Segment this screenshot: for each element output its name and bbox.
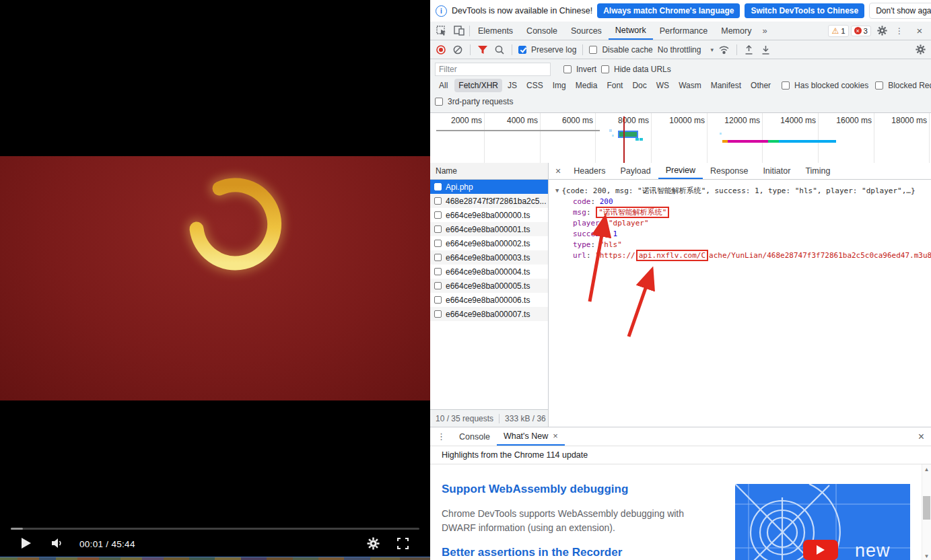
row-checkbox[interactable] [434, 197, 442, 205]
table-row[interactable]: 468e28747f3f72861ba2c5... [430, 194, 548, 208]
whats-new-scrollbar[interactable]: ▲ ▼ [922, 464, 931, 560]
hide-data-urls-checkbox[interactable] [601, 65, 609, 73]
table-row[interactable]: e664ce9e8ba000004.ts [430, 265, 548, 279]
warnings-badge[interactable]: ⚠ 1 [828, 25, 848, 37]
chip-other[interactable]: Other [747, 79, 775, 92]
tab-network[interactable]: Network [609, 22, 653, 40]
more-tabs-icon[interactable]: » [758, 22, 771, 40]
whats-new-video-thumbnail[interactable]: new [735, 484, 910, 560]
blocked-requests-checkbox[interactable] [875, 81, 883, 90]
device-toolbar-icon[interactable] [450, 22, 468, 40]
disable-cache-label: Disable cache [602, 45, 652, 55]
table-row[interactable]: e664ce9e8ba000005.ts [430, 279, 548, 293]
tab-headers[interactable]: Headers [566, 163, 613, 179]
row-checkbox[interactable] [434, 268, 442, 275]
network-overview[interactable]: 2000 ms 4000 ms 6000 ms 8000 ms 10000 ms… [430, 113, 931, 168]
whats-new-heading-1[interactable]: Support WebAssembly debugging [442, 483, 628, 496]
tab-sources[interactable]: Sources [564, 22, 609, 40]
tab-initiator[interactable]: Initiator [755, 163, 798, 179]
table-row[interactable]: e664ce9e8ba000001.ts [430, 222, 548, 236]
search-icon[interactable] [493, 44, 506, 56]
whats-new-close-icon[interactable]: × [553, 431, 558, 441]
export-har-icon[interactable] [760, 44, 772, 56]
network-conditions-icon[interactable] [718, 44, 730, 56]
details-close-icon[interactable]: × [549, 163, 566, 179]
play-button[interactable] [18, 534, 35, 552]
drawer-tab-whats-new[interactable]: What's New × [497, 427, 565, 446]
tab-memory[interactable]: Memory [714, 22, 758, 40]
dismiss-banner-button[interactable]: Don't show again [869, 3, 931, 19]
match-language-button[interactable]: Always match Chrome's language [597, 3, 740, 18]
table-row[interactable]: e664ce9e8ba000007.ts [430, 307, 548, 321]
chip-css[interactable]: CSS [522, 79, 547, 92]
name-column-header[interactable]: Name [430, 163, 548, 180]
row-checkbox[interactable] [434, 296, 442, 304]
disclosure-triangle-icon[interactable]: ▼ [555, 185, 559, 196]
errors-badge[interactable]: × 3 [851, 26, 871, 36]
row-checkbox[interactable] [434, 183, 442, 190]
devtools-close-icon[interactable]: × [908, 22, 931, 40]
invert-checkbox[interactable] [563, 65, 572, 73]
import-har-icon[interactable] [743, 44, 755, 56]
annotation-box-url: api.nxflv.com/C [636, 250, 708, 261]
settings-button[interactable] [364, 534, 382, 552]
tab-preview[interactable]: Preview [658, 163, 703, 179]
network-settings-gear-icon[interactable] [914, 44, 926, 56]
scroll-up-icon[interactable]: ▲ [922, 466, 931, 473]
preserve-log-checkbox[interactable] [518, 46, 526, 54]
third-party-checkbox[interactable] [435, 98, 443, 106]
tab-elements[interactable]: Elements [471, 22, 520, 40]
chip-media[interactable]: Media [572, 79, 602, 92]
clear-icon[interactable] [452, 44, 464, 56]
filter-icon[interactable] [477, 44, 489, 56]
volume-button[interactable] [48, 534, 66, 552]
tab-payload[interactable]: Payload [613, 163, 658, 179]
chip-fetch-xhr[interactable]: Fetch/XHR [454, 79, 502, 92]
chip-ws[interactable]: WS [652, 79, 673, 92]
chip-font[interactable]: Font [602, 79, 627, 92]
preview-pane[interactable]: ▼{code: 200, msg: "诺讯智能解析系统", success: 1… [549, 180, 931, 427]
chip-img[interactable]: Img [549, 79, 570, 92]
scrollbar-thumb[interactable] [923, 496, 930, 520]
filter-input[interactable] [435, 63, 551, 76]
drawer-close-icon[interactable]: × [916, 431, 927, 443]
row-checkbox[interactable] [434, 225, 442, 233]
throttling-dropdown[interactable]: No throttling ▾ [658, 45, 714, 55]
request-name: e664ce9e8ba000004.ts [446, 267, 530, 277]
chip-all[interactable]: All [435, 79, 452, 92]
row-checkbox[interactable] [434, 282, 442, 289]
drawer-overflow-icon[interactable]: ⋮ [430, 427, 452, 446]
tab-performance[interactable]: Performance [653, 22, 715, 40]
chip-js[interactable]: JS [504, 79, 521, 92]
row-checkbox[interactable] [434, 240, 442, 247]
has-blocked-cookies-checkbox[interactable] [782, 81, 790, 90]
json-root-line[interactable]: ▼{code: 200, msg: "诺讯智能解析系统", success: 1… [555, 185, 931, 197]
overflow-menu-icon[interactable]: ⋮ [891, 22, 908, 40]
record-icon[interactable] [435, 44, 447, 56]
chip-doc[interactable]: Doc [628, 79, 650, 92]
settings-gear-icon[interactable] [873, 22, 891, 40]
row-checkbox[interactable] [434, 254, 442, 261]
row-checkbox[interactable] [434, 211, 442, 219]
seek-bar[interactable] [11, 528, 419, 530]
table-row[interactable]: Api.php [430, 180, 548, 194]
fullscreen-button[interactable] [394, 534, 411, 552]
disable-cache-checkbox[interactable] [589, 46, 597, 54]
video-player[interactable]: 00:01 / 45:44 [0, 0, 430, 560]
scroll-down-icon[interactable]: ▼ [922, 553, 931, 559]
table-row[interactable]: e664ce9e8ba000000.ts [430, 208, 548, 222]
table-row[interactable]: e664ce9e8ba000002.ts [430, 236, 548, 250]
table-row[interactable]: e664ce9e8ba000003.ts [430, 250, 548, 265]
table-row[interactable]: e664ce9e8ba000006.ts [430, 293, 548, 307]
whats-new-heading-2[interactable]: Better assertions in the Recorder [442, 546, 622, 559]
switch-chinese-button[interactable]: Switch DevTools to Chinese [745, 3, 864, 18]
inspect-element-icon[interactable] [433, 22, 450, 40]
youtube-play-button[interactable] [803, 540, 838, 560]
chip-manifest[interactable]: Manifest [707, 79, 745, 92]
tab-timing[interactable]: Timing [798, 163, 837, 179]
chip-wasm[interactable]: Wasm [675, 79, 705, 92]
row-checkbox[interactable] [434, 310, 442, 318]
drawer-tab-console[interactable]: Console [452, 427, 497, 446]
tab-console[interactable]: Console [520, 22, 564, 40]
tab-response[interactable]: Response [703, 163, 755, 179]
